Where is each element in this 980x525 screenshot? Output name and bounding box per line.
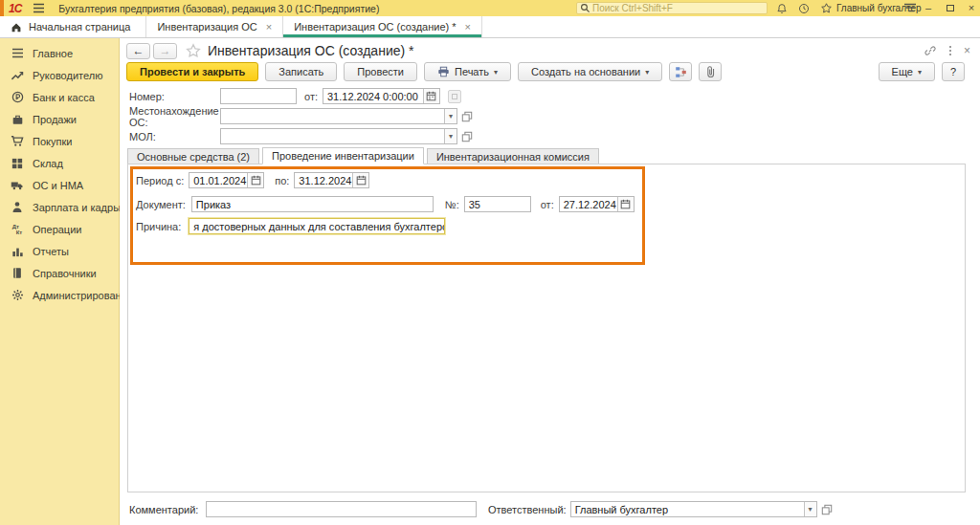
title-bar: 1С Бухгалтерия предприятия (базовая), ре… bbox=[0, 0, 980, 16]
tab-label: Инвентаризация ОС (создание) * bbox=[294, 21, 456, 33]
mol-label: МОЛ: bbox=[129, 131, 220, 142]
post-button[interactable]: Провести bbox=[344, 62, 417, 81]
tab-home[interactable]: Начальная страница bbox=[0, 16, 145, 37]
tab-home-label: Начальная страница bbox=[29, 21, 130, 33]
tab-fixed-assets[interactable]: Основные средства (2) bbox=[127, 148, 259, 164]
attachments-button[interactable] bbox=[699, 62, 722, 81]
tab-inventory-create[interactable]: Инвентаризация ОС (создание) * × bbox=[283, 16, 482, 37]
close-tab-icon[interactable]: × bbox=[266, 21, 272, 33]
open-icon[interactable] bbox=[461, 111, 473, 122]
close-window-button[interactable]: × bbox=[964, 1, 979, 14]
coin-icon bbox=[11, 91, 24, 104]
maximize-icon bbox=[947, 5, 954, 11]
doc-date-field[interactable]: 27.12.2024 bbox=[559, 196, 635, 212]
tab-content-panel: Период с: 01.01.2024 по: 31.12.2024 Доку… bbox=[127, 164, 966, 492]
calendar-icon[interactable] bbox=[423, 89, 439, 103]
responsible-label: Ответственный: bbox=[488, 504, 567, 515]
doc-date-label: от: bbox=[541, 199, 554, 210]
mol-field[interactable]: ▾ bbox=[220, 128, 457, 144]
briefcase-icon bbox=[11, 113, 24, 126]
sidebar-item-reports[interactable]: Отчеты bbox=[0, 240, 119, 262]
sidebar-item-bank-cash[interactable]: Банк и касса bbox=[0, 86, 119, 108]
paperclip-icon bbox=[705, 66, 716, 78]
sidebar-item-hr-payroll[interactable]: Зарплата и кадры bbox=[0, 196, 119, 218]
location-field[interactable]: ▾ bbox=[220, 108, 457, 124]
sidebar-item-fixed-assets[interactable]: ОС и НМА bbox=[0, 174, 119, 196]
tab-inventory-list[interactable]: Инвентаризация ОС × bbox=[145, 16, 283, 37]
sidebar-item-main[interactable]: Главное bbox=[0, 42, 119, 64]
book-icon bbox=[11, 267, 24, 280]
tab-inventory-carrying[interactable]: Проведение инвентаризации bbox=[262, 147, 424, 164]
open-windows-tabbar: Начальная страница Инвентаризация ОС × И… bbox=[0, 16, 980, 38]
number-field[interactable] bbox=[220, 88, 297, 104]
open-icon[interactable] bbox=[461, 131, 473, 142]
favorites-star-icon[interactable] bbox=[819, 2, 833, 14]
sidebar-item-operations[interactable]: ДтКт Операции bbox=[0, 218, 119, 240]
tab-inventory-commission[interactable]: Инвентаризационная комиссия bbox=[427, 148, 599, 164]
period-to-field[interactable]: 31.12.2024 bbox=[294, 172, 369, 188]
sidebar-label: Склад bbox=[33, 158, 63, 169]
sidebar-item-manager[interactable]: Руководителю bbox=[0, 64, 119, 86]
forward-button[interactable]: → bbox=[153, 43, 177, 59]
printer-icon bbox=[437, 66, 450, 77]
comment-field[interactable] bbox=[206, 501, 477, 517]
sidebar-item-warehouse[interactable]: Склад bbox=[0, 152, 119, 174]
trend-chart-icon bbox=[11, 69, 24, 82]
search-icon bbox=[580, 3, 590, 13]
structure-icon bbox=[675, 66, 687, 78]
history-icon[interactable] bbox=[797, 2, 811, 14]
favorite-star-icon[interactable] bbox=[186, 43, 201, 58]
document-form: ← → Инвентаризация ОС (создание) * × Про… bbox=[120, 38, 980, 525]
global-search[interactable] bbox=[576, 2, 768, 14]
doc-number-label: №: bbox=[445, 199, 459, 210]
sidebar-label: Операции bbox=[33, 224, 81, 235]
post-and-close-button[interactable]: Провести и закрыть bbox=[126, 62, 258, 81]
search-input[interactable] bbox=[590, 2, 764, 14]
responsible-field[interactable]: Главный бухгалтер ▾ bbox=[570, 501, 817, 517]
get-link-icon[interactable] bbox=[924, 44, 937, 57]
sidebar-item-catalogs[interactable]: Справочники bbox=[0, 262, 119, 284]
location-input[interactable] bbox=[221, 109, 444, 123]
close-form-button[interactable]: × bbox=[964, 44, 970, 57]
minimize-button[interactable]: – bbox=[921, 1, 936, 14]
back-button[interactable]: ← bbox=[126, 43, 150, 59]
mol-input[interactable] bbox=[221, 129, 444, 143]
number-label: Номер: bbox=[129, 91, 220, 102]
sidebar-label: Справочники bbox=[33, 268, 97, 279]
more-button[interactable]: Еще▾ bbox=[879, 62, 935, 81]
close-tab-icon[interactable]: × bbox=[465, 21, 471, 33]
more-menu-kebab-icon[interactable] bbox=[949, 46, 951, 55]
related-documents-button[interactable] bbox=[669, 62, 692, 81]
period-from-field[interactable]: 01.01.2024 bbox=[189, 172, 264, 188]
sidebar-item-sales[interactable]: Продажи bbox=[0, 108, 119, 130]
maximize-button[interactable] bbox=[943, 1, 958, 14]
calendar-icon[interactable] bbox=[617, 197, 634, 211]
app-title: Бухгалтерия предприятия (базовая), редак… bbox=[58, 3, 379, 14]
sidebar-label: Продажи bbox=[33, 114, 77, 125]
calendar-icon[interactable] bbox=[352, 173, 368, 187]
number-input[interactable] bbox=[221, 89, 296, 103]
truck-icon bbox=[11, 179, 24, 192]
sidebar-label: Руководителю bbox=[33, 70, 102, 81]
reason-field-focused[interactable]: я достоверных данных для составления бух… bbox=[189, 218, 445, 234]
document-field[interactable]: Приказ bbox=[191, 196, 434, 212]
date-field[interactable]: 31.12.2024 0:00:00 bbox=[323, 88, 440, 104]
section-sidebar: Главное Руководителю Банк и касса Продаж… bbox=[0, 38, 120, 525]
dropdown-arrow-icon[interactable]: ▾ bbox=[804, 502, 816, 516]
comment-input[interactable] bbox=[207, 502, 476, 516]
create-based-on-button[interactable]: Создать на основании▾ bbox=[518, 62, 662, 81]
1c-logo: 1С bbox=[9, 2, 21, 15]
print-button[interactable]: Печать▾ bbox=[424, 62, 511, 81]
save-button[interactable]: Записать bbox=[265, 62, 337, 81]
calendar-icon[interactable] bbox=[247, 173, 263, 187]
dropdown-arrow-icon[interactable]: ▾ bbox=[444, 129, 457, 143]
service-menu-icon[interactable] bbox=[903, 2, 917, 14]
notifications-bell-icon[interactable] bbox=[775, 2, 789, 14]
main-menu-icon[interactable] bbox=[33, 3, 45, 13]
dropdown-arrow-icon[interactable]: ▾ bbox=[444, 109, 457, 123]
open-icon[interactable] bbox=[821, 504, 833, 515]
help-button[interactable]: ? bbox=[942, 62, 965, 81]
doc-number-field[interactable]: 35 bbox=[464, 196, 531, 212]
sidebar-item-purchases[interactable]: Покупки bbox=[0, 130, 119, 152]
sidebar-item-administration[interactable]: Администрирование bbox=[0, 284, 119, 306]
